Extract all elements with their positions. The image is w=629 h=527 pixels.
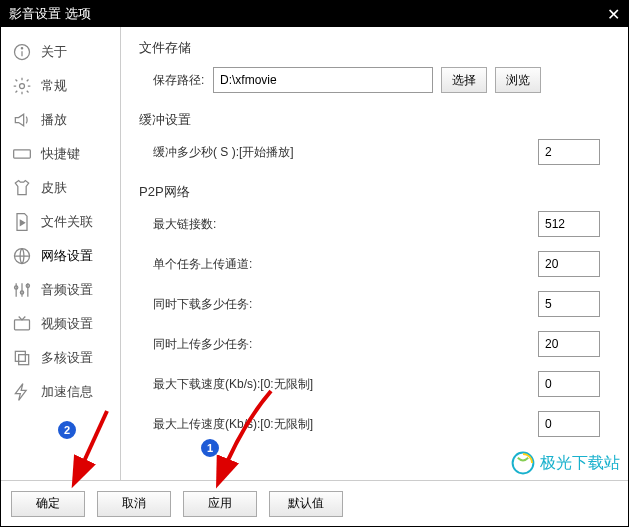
- default-button[interactable]: 默认值: [269, 491, 343, 517]
- section-p2p: P2P网络 最大链接数: 单个任务上传通道: 同时下载多少任务: 同时上传多少任…: [139, 183, 610, 437]
- sidebar-item-label: 关于: [41, 43, 67, 61]
- sidebar-item-label: 视频设置: [41, 315, 93, 333]
- sidebar-item-file-assoc[interactable]: 文件关联: [1, 205, 120, 239]
- main-panel: 文件存储 保存路径: 选择 浏览 缓冲设置 缓冲多少秒( S ):[开始播放] …: [121, 27, 628, 480]
- svg-rect-4: [14, 150, 31, 158]
- watermark-text: 极光下载站: [540, 453, 620, 474]
- p2p-label: 最大上传速度(Kb/s):[0:无限制]: [153, 416, 353, 433]
- svg-rect-18: [19, 355, 29, 365]
- save-path-label: 保存路径:: [153, 72, 213, 89]
- upload-tasks-input[interactable]: [538, 331, 600, 357]
- p2p-label: 同时上传多少任务:: [153, 336, 313, 353]
- upload-channels-input[interactable]: [538, 251, 600, 277]
- p2p-label: 最大链接数:: [153, 216, 313, 233]
- svg-point-3: [20, 84, 25, 89]
- buffer-label: 缓冲多少秒( S ):[开始播放]: [153, 144, 294, 161]
- sidebar-item-label: 播放: [41, 111, 67, 129]
- sidebar-item-skin[interactable]: 皮肤: [1, 171, 120, 205]
- sidebar-item-label: 常规: [41, 77, 67, 95]
- watermark: 极光下载站: [510, 450, 620, 476]
- sidebar-item-label: 加速信息: [41, 383, 93, 401]
- sidebar-item-video[interactable]: 视频设置: [1, 307, 120, 341]
- equalizer-icon: [11, 279, 33, 301]
- svg-point-19: [513, 453, 534, 474]
- sidebar-item-general[interactable]: 常规: [1, 69, 120, 103]
- sidebar-item-playback[interactable]: 播放: [1, 103, 120, 137]
- sidebar-item-audio[interactable]: 音频设置: [1, 273, 120, 307]
- max-upload-speed-input[interactable]: [538, 411, 600, 437]
- save-path-input[interactable]: [213, 67, 433, 93]
- bolt-icon: [11, 381, 33, 403]
- svg-rect-17: [15, 351, 25, 361]
- sidebar-item-label: 多核设置: [41, 349, 93, 367]
- watermark-logo-icon: [510, 450, 536, 476]
- sidebar-item-network[interactable]: 网络设置: [1, 239, 120, 273]
- buffer-input[interactable]: [538, 139, 600, 165]
- sidebar-item-shortcuts[interactable]: 快捷键: [1, 137, 120, 171]
- section-storage: 文件存储 保存路径: 选择 浏览: [139, 39, 610, 93]
- tv-icon: [11, 313, 33, 335]
- section-title: 文件存储: [139, 39, 610, 57]
- svg-rect-16: [15, 320, 30, 330]
- annotation-badge-2: 2: [58, 421, 76, 439]
- sidebar-item-label: 快捷键: [41, 145, 80, 163]
- info-icon: [11, 41, 33, 63]
- p2p-label: 最大下载速度(Kb/s):[0:无限制]: [153, 376, 353, 393]
- apply-button[interactable]: 应用: [183, 491, 257, 517]
- sidebar-item-accel[interactable]: 加速信息: [1, 375, 120, 409]
- ok-button[interactable]: 确定: [11, 491, 85, 517]
- sidebar-item-label: 音频设置: [41, 281, 93, 299]
- browse-button[interactable]: 浏览: [495, 67, 541, 93]
- select-button[interactable]: 选择: [441, 67, 487, 93]
- file-play-icon: [11, 211, 33, 233]
- section-title: P2P网络: [139, 183, 610, 201]
- titlebar: 影音设置 选项 ✕: [1, 1, 628, 27]
- footer: 确定 取消 应用 默认值: [1, 480, 628, 526]
- sidebar-item-label: 文件关联: [41, 213, 93, 231]
- sidebar-item-multicore[interactable]: 多核设置: [1, 341, 120, 375]
- annotation-badge-1: 1: [201, 439, 219, 457]
- sidebar-item-label: 网络设置: [41, 247, 93, 265]
- gear-icon: [11, 75, 33, 97]
- p2p-label: 单个任务上传通道:: [153, 256, 313, 273]
- close-icon[interactable]: ✕: [607, 5, 620, 24]
- tshirt-icon: [11, 177, 33, 199]
- sidebar-item-about[interactable]: 关于: [1, 35, 120, 69]
- max-connections-input[interactable]: [538, 211, 600, 237]
- download-tasks-input[interactable]: [538, 291, 600, 317]
- keyboard-icon: [11, 143, 33, 165]
- layers-icon: [11, 347, 33, 369]
- sidebar-item-label: 皮肤: [41, 179, 67, 197]
- window-title: 影音设置 选项: [9, 5, 91, 23]
- sidebar: 关于 常规 播放 快捷键 皮肤 文件关联: [1, 27, 121, 480]
- p2p-label: 同时下载多少任务:: [153, 296, 313, 313]
- section-buffer: 缓冲设置 缓冲多少秒( S ):[开始播放]: [139, 111, 610, 165]
- section-title: 缓冲设置: [139, 111, 610, 129]
- max-download-speed-input[interactable]: [538, 371, 600, 397]
- globe-icon: [11, 245, 33, 267]
- cancel-button[interactable]: 取消: [97, 491, 171, 517]
- speaker-icon: [11, 109, 33, 131]
- svg-point-2: [21, 48, 22, 49]
